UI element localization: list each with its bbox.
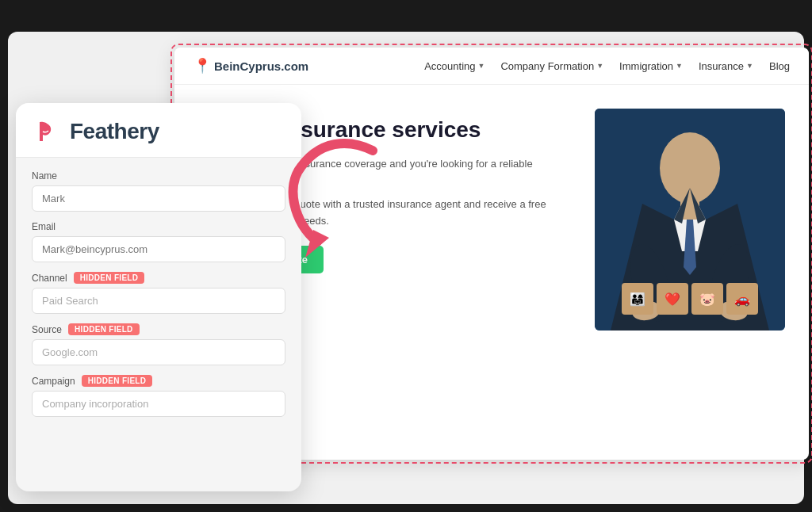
form-panel: Feathery Name Email Channel HIDDEN FIELD	[16, 103, 301, 491]
field-label-row-channel: Channel HIDDEN FIELD	[32, 272, 285, 284]
field-label-campaign: Campaign	[32, 376, 75, 387]
hidden-badge-source: HIDDEN FIELD	[68, 323, 140, 335]
chevron-down-icon: ▼	[746, 62, 753, 70]
field-label-row-campaign: Campaign HIDDEN FIELD	[32, 375, 285, 387]
form-field-campaign: Campaign HIDDEN FIELD	[32, 375, 285, 417]
form-field-name: Name	[32, 170, 285, 212]
name-input[interactable]	[32, 185, 285, 212]
form-field-email: Email	[32, 221, 285, 262]
nav-blog[interactable]: Blog	[769, 60, 790, 72]
nav-accounting[interactable]: Accounting ▼	[424, 60, 485, 72]
chevron-down-icon: ▼	[676, 62, 683, 70]
hidden-badge-channel: HIDDEN FIELD	[74, 272, 145, 284]
field-label-email: Email	[32, 221, 56, 232]
svg-point-4	[660, 132, 720, 204]
website-logo: 📍 BeinCyprus.com	[193, 57, 308, 75]
source-input[interactable]	[32, 339, 285, 365]
feathery-logo-icon	[35, 119, 60, 144]
field-label-row-email: Email	[32, 221, 285, 232]
channel-input[interactable]	[32, 288, 285, 314]
nav-insurance[interactable]: Insurance ▼	[699, 60, 753, 72]
form-header: Feathery	[16, 103, 301, 158]
hidden-badge-campaign: HIDDEN FIELD	[82, 375, 153, 387]
field-label-name: Name	[32, 170, 57, 181]
block-family: 👨‍👩‍👧	[622, 283, 653, 315]
field-label-row-name: Name	[32, 170, 285, 181]
chevron-down-icon: ▼	[477, 62, 485, 70]
person-image: 👨‍👩‍👧 ❤️ 🐷 🚗	[595, 109, 785, 331]
field-label-row-source: Source HIDDEN FIELD	[32, 323, 285, 335]
website-nav: 📍 BeinCyprus.com Accounting ▼ Company Fo…	[174, 48, 809, 85]
form-field-source: Source HIDDEN FIELD	[32, 323, 285, 365]
block-car: 🚗	[726, 283, 758, 315]
form-field-channel: Channel HIDDEN FIELD	[32, 272, 285, 314]
block-savings: 🐷	[691, 283, 723, 315]
block-health: ❤️	[657, 283, 688, 315]
field-label-channel: Channel	[32, 273, 67, 284]
hero-image: 👨‍👩‍👧 ❤️ 🐷 🚗	[595, 109, 785, 331]
location-icon: 📍	[193, 57, 211, 75]
feathery-logo-text: Feathery	[70, 119, 159, 144]
email-input[interactable]	[32, 236, 285, 262]
form-body: Name Email Channel HIDDEN FIELD Source H…	[16, 158, 301, 439]
nav-links: Accounting ▼ Company Formation ▼ Immigra…	[424, 60, 790, 72]
insurance-blocks: 👨‍👩‍👧 ❤️ 🐷 🚗	[622, 283, 758, 315]
nav-company-formation[interactable]: Company Formation ▼	[500, 60, 603, 72]
campaign-input[interactable]	[32, 391, 285, 417]
field-label-source: Source	[32, 324, 62, 335]
chevron-down-icon: ▼	[596, 62, 603, 70]
nav-immigration[interactable]: Immigration ▼	[619, 60, 683, 72]
